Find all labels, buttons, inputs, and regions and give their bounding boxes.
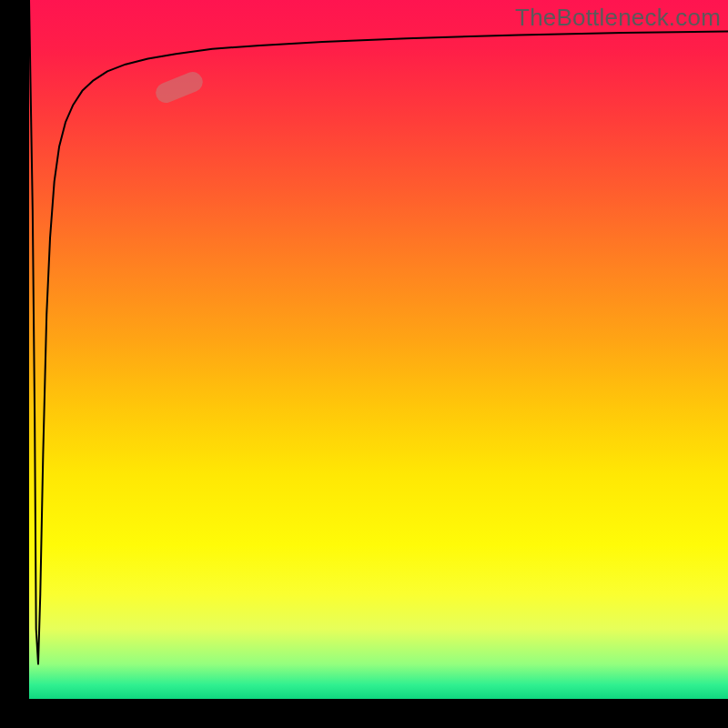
watermark-text: TheBottleneck.com [515, 4, 721, 32]
bottleneck-curve [29, 0, 728, 664]
y-axis [0, 0, 29, 728]
chart-frame: TheBottleneck.com [0, 0, 728, 728]
curve-layer [29, 0, 728, 699]
x-axis [0, 699, 728, 728]
